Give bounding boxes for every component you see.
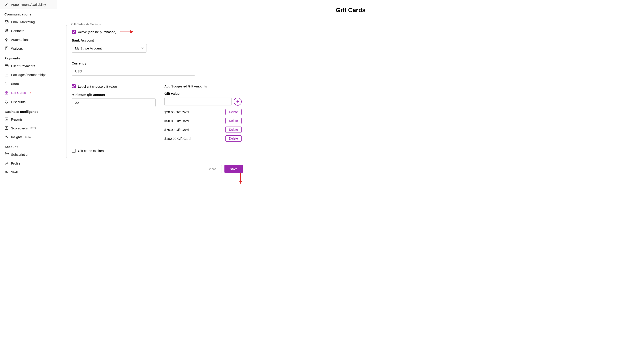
gift-value-row: + [164, 97, 242, 106]
reports-icon [4, 117, 9, 122]
currency-input[interactable] [72, 67, 195, 76]
gift-card-label: $50.00 Gift Card [164, 119, 189, 123]
sidebar: Appointment Availability Communications … [0, 0, 58, 360]
staff-icon [4, 170, 9, 174]
sidebar-item-staff[interactable]: Staff [0, 168, 57, 176]
sidebar-item-client-payments[interactable]: Client Payments [0, 61, 57, 70]
bottom-actions: Share Save [66, 165, 247, 173]
business-intelligence-section: Business Intelligence [0, 106, 57, 115]
gift-card-item: $100.00 Gift Card Delete [164, 135, 242, 142]
delete-gift-card-button-2[interactable]: Delete [225, 127, 242, 133]
gift-cards-expires-row: Gift cards expires [72, 149, 242, 153]
sidebar-item-insights[interactable]: Insights BETA [0, 133, 57, 141]
sidebar-item-subscription[interactable]: Subscription [0, 150, 57, 159]
right-col: Add Suggested Gift Amounts Gift value + … [164, 84, 242, 144]
gift-card-item: $50.00 Gift Card Delete [164, 118, 242, 124]
svg-point-0 [6, 3, 7, 5]
gift-card-label: $100.00 Gift Card [164, 137, 190, 140]
profile-icon [4, 161, 9, 165]
gift-card-list: $20.00 Gift Card Delete $50.00 Gift Card… [164, 109, 242, 142]
left-col: Let client choose gift value Minimum gif… [72, 84, 156, 111]
active-checkbox-row: Active (can be purchased) [72, 30, 242, 34]
email-icon [4, 20, 9, 24]
svg-rect-1 [5, 21, 8, 23]
sidebar-item-automations[interactable]: Automations [0, 35, 57, 44]
gift-card-item: $20.00 Gift Card Delete [164, 109, 242, 115]
scorecards-beta-badge: BETA [30, 127, 36, 129]
min-gift-label: Minimum gift amount [72, 93, 156, 97]
contacts-icon [4, 29, 9, 33]
sidebar-item-gift-cards[interactable]: Gift Cards ← [0, 88, 57, 97]
svg-point-2 [6, 30, 7, 31]
waivers-icon [4, 46, 9, 51]
active-label: Active (can be purchased) [78, 30, 116, 34]
svg-point-3 [7, 30, 8, 31]
share-button[interactable]: Share [202, 165, 222, 173]
gift-options-row: Let client choose gift value Minimum gif… [72, 84, 242, 144]
svg-point-26 [6, 162, 7, 163]
sidebar-item-scorecards[interactable]: Scorecards BETA [0, 124, 57, 133]
let-client-choose-checkbox[interactable] [72, 84, 76, 88]
sidebar-item-contacts[interactable]: Contacts [0, 26, 57, 35]
gift-value-input[interactable] [164, 97, 232, 106]
sidebar-item-appointment-availability[interactable]: Appointment Availability [0, 0, 57, 9]
automations-icon [4, 37, 9, 42]
active-checkbox[interactable] [72, 30, 76, 34]
svg-point-15 [6, 101, 6, 101]
content-area: Gift Certificate Settings Active (can be… [58, 18, 256, 180]
save-button-container: Save [224, 165, 243, 173]
active-arrow [120, 30, 134, 34]
min-gift-field: Minimum gift amount [72, 93, 156, 111]
bank-account-label: Bank Account [72, 39, 242, 42]
sidebar-item-discounts[interactable]: Discounts [0, 97, 57, 106]
delete-gift-card-button-3[interactable]: Delete [225, 135, 242, 142]
svg-point-24 [6, 156, 6, 156]
scorecard-icon [4, 126, 9, 130]
save-button[interactable]: Save [224, 165, 243, 173]
account-section: Account [0, 141, 57, 150]
gift-icon [4, 91, 9, 95]
save-arrow [237, 173, 244, 184]
gift-card-label: $20.00 Gift Card [164, 110, 189, 114]
insights-icon [4, 135, 9, 139]
bank-account-select[interactable]: My Stripe Account [72, 44, 147, 53]
gift-cards-expires-label: Gift cards expires [78, 149, 104, 153]
delete-gift-card-button-1[interactable]: Delete [225, 118, 242, 124]
min-gift-input[interactable] [72, 98, 156, 107]
bank-account-field: Bank Account My Stripe Account [72, 39, 242, 57]
sidebar-item-packages-memberships[interactable]: Packages/Memberships [0, 70, 57, 79]
gift-cards-arrow: ← [29, 90, 34, 95]
svg-point-25 [8, 156, 8, 156]
cart-icon [4, 152, 9, 157]
svg-rect-8 [5, 65, 8, 67]
add-gift-value-button[interactable]: + [234, 98, 242, 106]
insights-beta-badge: BETA [25, 136, 31, 138]
currency-field: Currency [72, 61, 242, 80]
gift-card-item: $75.00 Gift Card Delete [164, 127, 242, 133]
sidebar-item-waivers[interactable]: Waivers [0, 44, 57, 53]
page-title: Gift Cards [58, 0, 644, 18]
let-client-choose-row: Let client choose gift value [72, 84, 156, 88]
card-icon [4, 64, 9, 68]
communications-section: Communications [0, 9, 57, 18]
svg-point-28 [7, 171, 8, 172]
sidebar-item-store[interactable]: Store [0, 79, 57, 88]
add-suggested-label: Add Suggested Gift Amounts [164, 84, 242, 88]
sidebar-item-reports[interactable]: Reports [0, 115, 57, 124]
svg-rect-10 [5, 73, 8, 76]
gift-value-label: Gift value [164, 92, 242, 95]
box-icon [4, 73, 9, 77]
gift-cards-expires-checkbox[interactable] [72, 149, 76, 153]
tag-icon [4, 100, 9, 104]
let-client-choose-label: Let client choose gift value [78, 85, 117, 88]
sidebar-item-profile[interactable]: Profile [0, 159, 57, 168]
gift-certificate-settings-box: Gift Certificate Settings Active (can be… [66, 25, 247, 158]
svg-point-27 [6, 171, 7, 172]
sidebar-item-email-marketing[interactable]: Email Marketing [0, 18, 57, 26]
main-content: Gift Cards Gift Certificate Settings Act… [58, 0, 644, 360]
payments-section: Payments [0, 53, 57, 61]
person-icon [4, 2, 9, 7]
gift-card-label: $75.00 Gift Card [164, 128, 189, 132]
store-icon [4, 81, 9, 86]
delete-gift-card-button-0[interactable]: Delete [225, 109, 242, 115]
